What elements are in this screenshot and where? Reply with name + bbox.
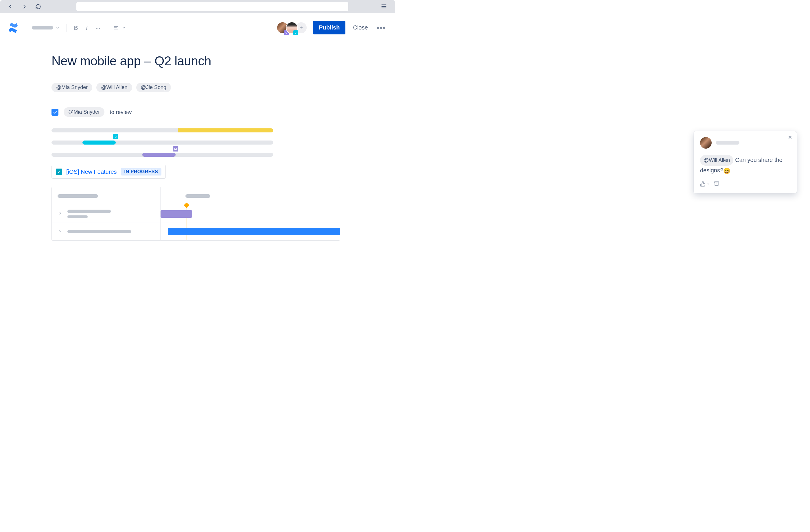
chevron-down-icon	[55, 26, 60, 30]
more-formatting-button[interactable]: ···	[93, 23, 103, 33]
progress-bar: J	[51, 140, 273, 145]
progress-fill	[142, 153, 176, 157]
status-badge: IN PROGRESS	[121, 168, 162, 176]
browser-chrome	[0, 0, 395, 13]
align-group	[111, 23, 126, 33]
italic-button[interactable]: I	[82, 23, 92, 33]
forward-button[interactable]	[20, 2, 29, 11]
gantt-task-row[interactable]	[52, 223, 340, 240]
reload-button[interactable]	[34, 2, 43, 11]
gantt-header-row	[52, 187, 340, 205]
avatar-badge: J	[293, 30, 298, 35]
text-style-placeholder	[32, 26, 53, 30]
gantt-task-label	[67, 210, 111, 213]
back-button[interactable]	[6, 2, 15, 11]
progress-bars: J M	[51, 128, 273, 157]
gantt-timeline-label	[185, 194, 210, 198]
progress-fill	[82, 140, 116, 145]
task-type-icon	[56, 169, 62, 175]
browser-menu-button[interactable]	[378, 1, 389, 13]
publish-button[interactable]: Publish	[313, 21, 345, 34]
mention-chip[interactable]: @Will Allen	[96, 83, 132, 92]
editor-toolbar: B I ··· G J + Publish Close •••	[0, 13, 395, 42]
align-button[interactable]	[111, 23, 121, 33]
avatar[interactable]: J	[286, 22, 298, 34]
text-style-dropdown[interactable]	[29, 24, 63, 32]
url-input[interactable]	[76, 2, 348, 11]
mentions-row: @Mia Snyder @Will Allen @Jie Song	[51, 83, 395, 92]
bold-button[interactable]: B	[71, 23, 81, 33]
page-title[interactable]: New mobile app – Q2 launch	[51, 54, 395, 68]
gantt-task-sublabel	[67, 215, 88, 218]
mention-chip[interactable]: @Mia Snyder	[64, 107, 104, 117]
page-content: New mobile app – Q2 launch @Mia Snyder @…	[0, 42, 395, 240]
task-checkbox[interactable]	[51, 109, 59, 116]
task-item: @Mia Snyder to review	[51, 107, 395, 117]
format-group: B I ···	[71, 23, 103, 33]
progress-fill	[178, 128, 273, 132]
gantt-task-row[interactable]	[52, 205, 340, 223]
task-text[interactable]: to review	[110, 109, 132, 115]
expand-icon[interactable]	[58, 211, 63, 217]
progress-bar: M	[51, 153, 273, 157]
mention-chip[interactable]: @Jie Song	[136, 83, 171, 92]
user-marker: J	[113, 134, 118, 139]
gantt-chart	[51, 187, 340, 240]
close-button[interactable]: Close	[351, 21, 369, 34]
confluence-logo-icon	[8, 22, 18, 33]
gantt-header-label	[58, 194, 98, 198]
jira-issue-title: [iOS] New Features	[66, 169, 117, 175]
progress-bar	[51, 128, 273, 132]
gantt-bar[interactable]	[161, 210, 192, 218]
gantt-bar[interactable]	[168, 228, 340, 235]
presence-avatars: G J +	[277, 22, 307, 34]
gantt-task-label	[67, 230, 131, 233]
chevron-down-icon	[122, 26, 126, 30]
jira-issue-card[interactable]: [iOS] New Features IN PROGRESS	[51, 165, 166, 179]
toolbar-right: G J + Publish Close •••	[277, 21, 387, 34]
collapse-icon[interactable]	[58, 229, 63, 235]
mention-chip[interactable]: @Mia Snyder	[51, 83, 92, 92]
user-marker: M	[173, 146, 178, 151]
